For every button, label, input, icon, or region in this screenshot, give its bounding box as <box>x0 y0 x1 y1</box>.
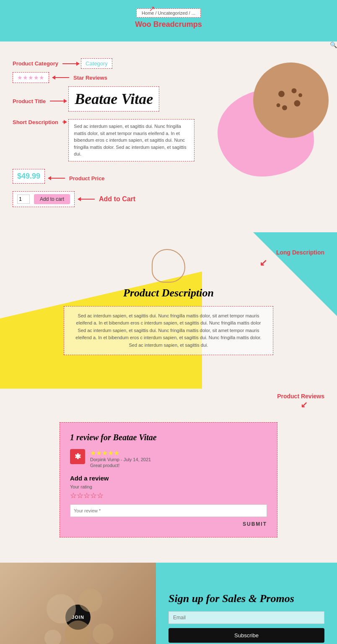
breadcrumb-annotation-arrow: ↗ <box>149 4 155 13</box>
description-section: Long Description ↙ Product Description S… <box>0 232 337 389</box>
promo-image-bg: JOIN <box>0 563 156 644</box>
product-price: $49.99 <box>17 172 40 180</box>
quantity-input[interactable] <box>17 195 30 204</box>
desc-blob <box>152 249 185 283</box>
svg-point-10 <box>44 630 61 644</box>
short-desc-annotation: Short Description <box>13 119 58 125</box>
reviews-section: 1 review for Beatae Vitae ✱ ★★★★★ Dorpin… <box>0 414 337 563</box>
email-input[interactable] <box>168 611 324 624</box>
promo-bg-cookies <box>36 575 120 644</box>
product-image-area <box>207 58 324 207</box>
product-image <box>253 62 329 138</box>
svg-point-5 <box>298 93 302 97</box>
subscribe-button[interactable]: Subscribe <box>168 628 324 643</box>
reviewer-avatar: ✱ <box>70 449 85 464</box>
add-to-cart-box: Add to cart <box>13 191 75 207</box>
product-title: Beatae Vitae <box>75 91 153 107</box>
reviewer-name: Dorpink Vurnp - July 14, 2021 <box>90 457 151 462</box>
breadcrumb-arrow: Home / Uncategorized / ... ↗ <box>136 8 201 18</box>
promo-image: JOIN <box>0 563 156 644</box>
stars-box: ★★★★★ <box>13 72 49 83</box>
product-left: Product Category Category ★★★★★ Star Rev… <box>13 58 194 207</box>
annotation-arrow-2 <box>52 77 69 78</box>
desc-text: Sed ac interdum sapien, et sagittis dui.… <box>75 313 261 348</box>
product-price-box: $49.99 <box>13 169 45 184</box>
svg-point-8 <box>79 589 102 612</box>
product-category: Category <box>81 58 112 69</box>
add-to-cart-annotation: Add to Cart <box>99 195 135 203</box>
svg-point-6 <box>277 104 280 107</box>
annotation-arrow-4 <box>62 122 67 122</box>
star-reviews-annotation: Star Reviews <box>73 75 107 81</box>
rating-stars-input[interactable]: ☆☆☆☆☆ <box>70 491 267 500</box>
review-stars: ★★★★★ <box>90 449 151 457</box>
your-rating-label: Your rating <box>70 484 267 489</box>
desc-text-box: Sed ac interdum sapien, et sagittis dui.… <box>64 306 273 356</box>
add-review-title: Add a review <box>70 475 267 482</box>
svg-point-4 <box>282 105 287 110</box>
product-reviews-label-row: Product Reviews ↙ <box>0 389 337 414</box>
annotation-arrow-5 <box>48 178 65 179</box>
reviews-box: 1 review for Beatae Vitae ✱ ★★★★★ Dorpin… <box>60 422 277 538</box>
existing-review: ✱ ★★★★★ Dorpink Vurnp - July 14, 2021 Gr… <box>70 449 267 468</box>
product-category-annotation: Product Category <box>13 60 58 67</box>
svg-point-11 <box>93 623 114 644</box>
svg-point-2 <box>292 88 297 93</box>
svg-point-3 <box>294 100 301 106</box>
annotation-arrow-3 <box>50 101 67 101</box>
promo-title: Sign up for Sales & Promos <box>168 592 324 605</box>
add-to-cart-button[interactable]: Add to cart <box>34 194 70 204</box>
product-reviews-annotation: Product Reviews <box>277 393 324 400</box>
annotation-arrow-1 <box>62 63 79 64</box>
review-text-input[interactable] <box>70 504 267 517</box>
breadcrumb-label: Woo Breadcrumps <box>0 20 337 29</box>
product-title-annotation: Product Title <box>13 98 46 104</box>
product-price-annotation: Product Price <box>69 175 105 182</box>
svg-point-0 <box>263 72 319 129</box>
desc-section-title: Product Description <box>25 287 312 299</box>
submit-review-button[interactable]: SUBMIT <box>243 521 267 527</box>
svg-point-9 <box>65 621 91 644</box>
reviewer-info: ★★★★★ Dorpink Vurnp - July 14, 2021 Grea… <box>90 449 151 468</box>
cookie-image <box>259 69 322 132</box>
svg-point-1 <box>278 91 285 97</box>
product-title-box: Beatae Vitae <box>68 86 159 112</box>
reviewer-comment: Great product! <box>90 463 151 468</box>
svg-point-7 <box>47 594 76 623</box>
promo-right: Sign up for Sales & Promos Subscribe <box>156 563 337 644</box>
reviews-heading: 1 review for Beatae Vitae <box>70 433 267 442</box>
annotation-arrow-6 <box>78 199 95 200</box>
short-description: Sed ac interdum sapien, et sagittis dui.… <box>68 119 194 161</box>
add-review-form: Add a review Your rating ☆☆☆☆☆ SUBMIT <box>70 475 267 527</box>
breadcrumb-bar[interactable]: Home / Uncategorized / ... <box>136 8 201 18</box>
promo-section: JOIN Sign up for Sales & Promos Subscrib… <box>0 563 337 644</box>
breadcrumb-section: Home / Uncategorized / ... ↗ Woo Breadcr… <box>0 0 337 42</box>
product-section: 🔍 Product Category Category ★★★★★ Star R… <box>0 42 337 232</box>
search-icon[interactable]: 🔍 <box>330 42 337 48</box>
